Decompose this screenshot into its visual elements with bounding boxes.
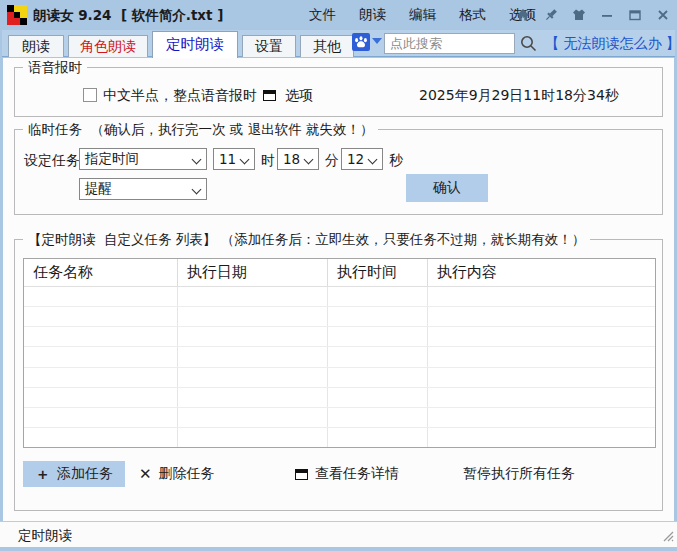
action-select[interactable]: 提醒 <box>79 178 207 200</box>
current-time-text: 2025年9月29日11时18分34秒 <box>419 87 619 105</box>
second-unit-label: 秒 <box>389 152 403 170</box>
tab-settings[interactable]: 设置 <box>242 35 296 57</box>
title-bar: 朗读女 9.24 [ 软件简介.txt ] 文件 朗读 编辑 格式 选项 <box>0 0 677 30</box>
app-window: 朗读女 9.24 [ 软件简介.txt ] 文件 朗读 编辑 格式 选项 <box>0 0 677 551</box>
search-input[interactable] <box>384 33 515 54</box>
minimize-icon[interactable] <box>598 7 615 24</box>
maximize-icon[interactable] <box>626 7 643 24</box>
baidu-paw-icon[interactable] <box>352 33 370 51</box>
column-exec-time: 执行时间 <box>328 259 428 286</box>
magnifier-icon[interactable] <box>519 34 538 53</box>
plus-icon: ＋ <box>35 467 50 482</box>
delete-task-label: 删除任务 <box>159 465 215 483</box>
hour-value: 11 <box>219 151 236 167</box>
chevron-down-icon <box>241 155 249 163</box>
x-icon: ✕ <box>139 467 152 482</box>
table-row <box>24 327 655 347</box>
minute-unit-label: 分 <box>325 152 339 170</box>
table-row <box>24 428 655 447</box>
chevron-down-icon <box>193 155 201 163</box>
task-table-body <box>24 287 655 447</box>
table-row <box>24 347 655 367</box>
table-row <box>24 368 655 388</box>
main-content: 语音报时 中文半点，整点语音报时 选项 2025年9月29日11时18分34秒 … <box>3 58 674 521</box>
minute-value: 18 <box>283 151 300 167</box>
column-exec-date: 执行日期 <box>178 259 328 286</box>
confirm-button[interactable]: 确认 <box>406 174 488 202</box>
window-title: 朗读女 9.24 [ 软件简介.txt ] <box>33 0 223 30</box>
column-task-name: 任务名称 <box>24 259 178 286</box>
column-exec-content: 执行内容 <box>428 259 655 286</box>
menu-bar: 文件 朗读 编辑 格式 选项 <box>306 0 539 30</box>
tab-role-read[interactable]: 角色朗读 <box>68 35 148 57</box>
menu-read[interactable]: 朗读 <box>356 4 389 26</box>
table-row <box>24 388 655 408</box>
app-logo-icon <box>7 5 27 25</box>
action-value: 提醒 <box>85 180 112 198</box>
minute-select[interactable]: 18 <box>277 148 319 170</box>
table-row <box>24 307 655 327</box>
table-row <box>24 408 655 428</box>
table-row <box>24 287 655 307</box>
view-task-details-button[interactable]: 查看任务详情 <box>295 461 399 487</box>
engine-dropdown-arrow[interactable] <box>372 38 382 44</box>
menu-format[interactable]: 格式 <box>456 4 489 26</box>
close-icon[interactable] <box>654 7 671 24</box>
task-table-header: 任务名称 执行日期 执行时间 执行内容 <box>24 259 655 287</box>
pause-all-tasks-button[interactable]: 暂停执行所有任务 <box>463 461 575 487</box>
skin-icon[interactable] <box>570 7 587 24</box>
details-window-icon <box>295 469 308 480</box>
voice-time-checkbox-label[interactable]: 中文半点，整点语音报时 <box>103 87 257 105</box>
delete-task-button[interactable]: ✕ 删除任务 <box>139 461 215 487</box>
voice-time-group-title: 语音报时 <box>23 59 87 77</box>
hour-unit-label: 时 <box>261 152 275 170</box>
task-table[interactable]: 任务名称 执行日期 执行时间 执行内容 <box>23 258 656 448</box>
menu-file[interactable]: 文件 <box>306 4 339 26</box>
menu-edit[interactable]: 编辑 <box>406 4 439 26</box>
second-value: 12 <box>347 151 364 167</box>
add-task-button[interactable]: ＋ 添加任务 <box>23 461 125 487</box>
status-bar: 定时朗读 <box>0 521 677 547</box>
options-button[interactable]: 选项 <box>285 87 313 105</box>
task-type-value: 指定时间 <box>85 150 139 168</box>
hour-select[interactable]: 11 <box>213 148 255 170</box>
pause-all-tasks-label: 暂停执行所有任务 <box>463 465 575 483</box>
pin-icon[interactable] <box>542 7 559 24</box>
second-select[interactable]: 12 <box>341 148 383 170</box>
resize-grip-icon[interactable] <box>660 528 674 545</box>
titlebar-controls <box>514 0 671 30</box>
home-icon[interactable] <box>514 7 531 24</box>
voice-time-group: 语音报时 中文半点，整点语音报时 选项 2025年9月29日11时18分34秒 <box>14 67 663 117</box>
temp-task-group: 临时任务 （确认后，执行完一次 或 退出软件 就失效！） 设定任务： 指定时间 … <box>14 129 663 215</box>
task-type-select[interactable]: 指定时间 <box>79 148 207 170</box>
voice-time-checkbox[interactable] <box>83 88 97 102</box>
tab-timed-read[interactable]: 定时朗读 <box>152 31 238 58</box>
status-text: 定时朗读 <box>18 527 72 545</box>
task-list-group-title: 【定时朗读 自定义任务 列表】 （添加任务后：立即生效，只要任务不过期，就长期有… <box>23 231 590 249</box>
chevron-down-icon <box>193 185 201 193</box>
options-window-icon[interactable] <box>263 90 276 101</box>
help-link[interactable]: 【 无法朗读怎么办 】 <box>545 35 677 53</box>
temp-task-group-title: 临时任务 （确认后，执行完一次 或 退出软件 就失效！） <box>23 121 378 139</box>
task-list-group: 【定时朗读 自定义任务 列表】 （添加任务后：立即生效，只要任务不过期，就长期有… <box>14 239 663 511</box>
view-task-details-label: 查看任务详情 <box>315 465 399 483</box>
tab-read-aloud[interactable]: 朗读 <box>8 35 64 57</box>
add-task-label: 添加任务 <box>57 465 113 483</box>
chevron-down-icon <box>369 155 377 163</box>
tab-other[interactable]: 其他 <box>300 35 354 57</box>
chevron-down-icon <box>305 155 313 163</box>
